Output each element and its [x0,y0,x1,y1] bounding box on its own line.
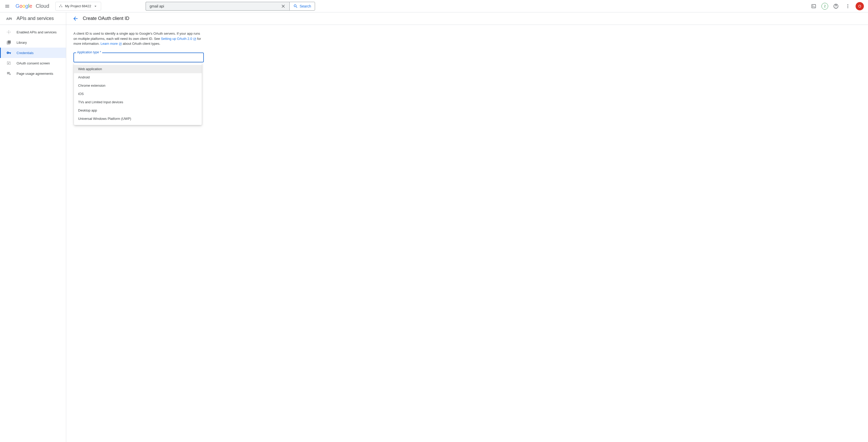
search-container: Search [146,2,315,10]
sidebar-item-page-usage[interactable]: Page usage agreements [0,68,66,79]
cloud-text: Cloud [36,3,49,9]
sidebar-item-label: OAuth consent screen [17,61,50,65]
dropdown-option-android[interactable]: Android [74,73,202,82]
page-header: Create OAuth client ID [66,12,868,25]
learn-more-link[interactable]: Learn more [101,42,122,46]
sidebar-title: APIs and services [17,16,54,21]
close-icon [281,4,286,9]
more-options-button[interactable] [844,2,852,10]
search-icon [293,4,298,8]
dropdown-arrow-icon [93,4,98,8]
search-clear-button[interactable] [280,3,287,10]
navigation-menu-button[interactable] [2,1,12,11]
svg-point-12 [9,74,10,75]
svg-point-2 [60,6,60,7]
search-button-label: Search [300,4,311,8]
page-title: Create OAuth client ID [83,16,129,21]
setting-up-oauth-link[interactable]: Setting up OAuth 2.0 [161,37,196,41]
header-utilities: 2 O [810,2,864,10]
global-header: Google Cloud My Project 68422 Search 2 [0,0,868,12]
trial-count: 2 [824,4,826,8]
sidebar-item-label: Page usage agreements [17,72,53,76]
svg-point-8 [847,7,848,8]
google-cloud-logo[interactable]: Google Cloud [16,3,49,9]
project-picker[interactable]: My Project 68422 [55,2,101,10]
project-icon [59,4,63,8]
svg-point-3 [62,6,62,7]
sidebar-nav: Enabled APIs and services Library Creden… [0,25,66,79]
main-content: Create OAuth client ID A client ID is us… [66,12,868,442]
help-icon [833,3,839,9]
application-type-field: Application type * Web application Andro… [73,53,204,62]
free-trial-badge[interactable]: 2 [822,3,828,9]
svg-rect-4 [812,4,816,8]
active-indicator [0,48,1,58]
arrow-back-icon [72,16,79,22]
sidebar-item-label: Enabled APIs and services [17,30,57,34]
search-button[interactable]: Search [289,2,315,10]
project-name: My Project 68422 [65,4,91,8]
consent-icon [6,61,11,66]
sidebar-item-credentials[interactable]: Credentials [0,48,66,58]
sidebar-header[interactable]: API APIs and services [0,12,66,25]
application-type-label: Application type * [76,51,102,54]
account-avatar[interactable]: O [856,2,864,10]
sidebar-item-label: Credentials [17,51,34,55]
enabled-apis-icon [6,30,11,35]
more-vert-icon [845,4,850,9]
search-input[interactable] [150,4,280,8]
terminal-icon [811,4,816,9]
form-content: A client ID is used to identify a single… [66,25,211,68]
dropdown-option-ios[interactable]: iOS [74,90,202,98]
hamburger-icon [5,4,10,9]
description-text: A client ID is used to identify a single… [73,31,204,46]
svg-point-7 [847,6,848,6]
google-logo-icon: Google [16,3,35,9]
application-type-dropdown: Web application Android Chrome extension… [74,63,202,125]
help-button[interactable] [832,2,840,10]
dropdown-option-uwp[interactable]: Universal Windows Platform (UWP) [74,115,202,123]
dropdown-option-chrome-extension[interactable]: Chrome extension [74,82,202,90]
svg-text:Google: Google [16,3,32,9]
svg-point-10 [8,32,9,33]
dropdown-option-desktop[interactable]: Desktop app [74,106,202,115]
sidebar: API APIs and services Enabled APIs and s… [0,12,66,442]
sidebar-item-library[interactable]: Library [0,37,66,48]
library-icon [6,40,11,45]
svg-point-6 [847,4,848,5]
sidebar-item-label: Library [17,41,27,45]
sidebar-item-oauth-consent[interactable]: OAuth consent screen [0,58,66,68]
key-icon [6,50,11,55]
external-link-icon [119,42,122,46]
svg-text:API: API [6,17,12,21]
back-button[interactable] [72,16,79,22]
sidebar-item-enabled-apis[interactable]: Enabled APIs and services [0,27,66,37]
search-box[interactable] [146,2,289,10]
dropdown-option-web-application[interactable]: Web application [74,65,202,73]
external-link-icon [193,37,196,41]
layout: API APIs and services Enabled APIs and s… [0,12,868,442]
avatar-initial: O [859,4,861,8]
agreements-icon [6,71,11,76]
api-icon: API [6,16,12,22]
cloud-shell-button[interactable] [810,2,818,10]
svg-point-1 [61,5,61,5]
dropdown-option-tvs[interactable]: TVs and Limited Input devices [74,98,202,106]
